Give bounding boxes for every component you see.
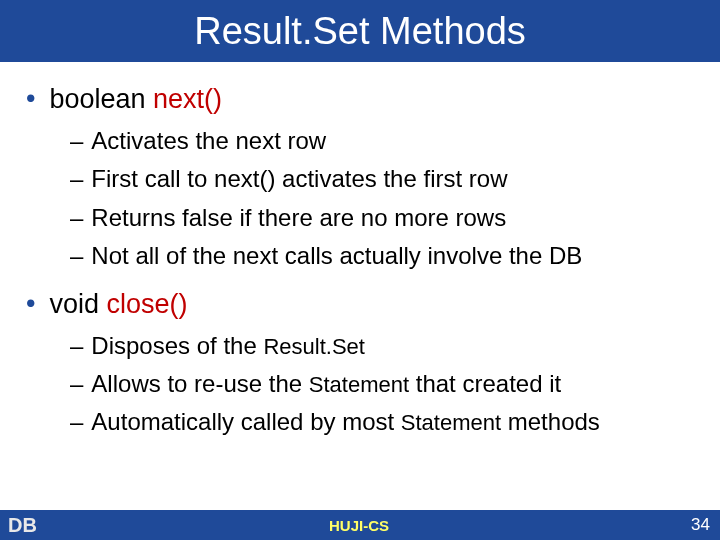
text-fragment: that created it xyxy=(409,370,561,397)
method-name: next() xyxy=(153,84,222,114)
method-prefix: void xyxy=(49,289,106,319)
bullet-icon: • xyxy=(26,84,35,114)
slide: Result.Set Methods • boolean next() – Ac… xyxy=(0,0,720,540)
text-fragment: Disposes of the xyxy=(91,332,263,359)
footer-left-label: DB xyxy=(8,514,68,537)
method-name: close() xyxy=(107,289,188,319)
page-number: 34 xyxy=(650,515,710,535)
dash-icon: – xyxy=(70,330,83,362)
code-fragment: Statement xyxy=(401,410,501,435)
sub-bullet-text: Not all of the next calls actually invol… xyxy=(91,240,582,272)
footer-center-label: HUJI-CS xyxy=(68,517,650,534)
bullet-level2: – Activates the next row xyxy=(70,125,700,157)
dash-icon: – xyxy=(70,163,83,195)
bullet-level2: – Not all of the next calls actually inv… xyxy=(70,240,700,272)
text-fragment: Automatically called by most xyxy=(91,408,400,435)
sub-bullet-text: First call to next() activates the first… xyxy=(91,163,507,195)
dash-icon: – xyxy=(70,202,83,234)
bullet-level2: – Automatically called by most Statement… xyxy=(70,406,700,438)
dash-icon: – xyxy=(70,406,83,438)
sub-bullet-text: Returns false if there are no more rows xyxy=(91,202,506,234)
slide-body: • boolean next() – Activates the next ro… xyxy=(0,62,720,540)
bullet-level1: • boolean next() xyxy=(26,84,700,115)
sub-bullet-text: Disposes of the Result.Set xyxy=(91,330,365,362)
title-bar: Result.Set Methods xyxy=(0,0,720,62)
dash-icon: – xyxy=(70,240,83,272)
text-fragment: methods xyxy=(501,408,600,435)
bullet-level1: • void close() xyxy=(26,289,700,320)
bullet-level2: – Allows to re-use the Statement that cr… xyxy=(70,368,700,400)
bullet-level2: – Returns false if there are no more row… xyxy=(70,202,700,234)
method-prefix: boolean xyxy=(49,84,153,114)
bullet-level2: – First call to next() activates the fir… xyxy=(70,163,700,195)
bullet-text: void close() xyxy=(49,289,187,320)
slide-title: Result.Set Methods xyxy=(194,10,526,53)
code-fragment: Statement xyxy=(309,372,409,397)
dash-icon: – xyxy=(70,368,83,400)
sub-bullet-text: Allows to re-use the Statement that crea… xyxy=(91,368,561,400)
text-fragment: Allows to re-use the xyxy=(91,370,308,397)
footer-bar: DB HUJI-CS 34 xyxy=(0,510,720,540)
bullet-icon: • xyxy=(26,289,35,319)
bullet-text: boolean next() xyxy=(49,84,222,115)
code-fragment: Result.Set xyxy=(263,334,365,359)
sub-bullet-text: Activates the next row xyxy=(91,125,326,157)
dash-icon: – xyxy=(70,125,83,157)
sub-bullet-text: Automatically called by most Statement m… xyxy=(91,406,599,438)
bullet-level2: – Disposes of the Result.Set xyxy=(70,330,700,362)
